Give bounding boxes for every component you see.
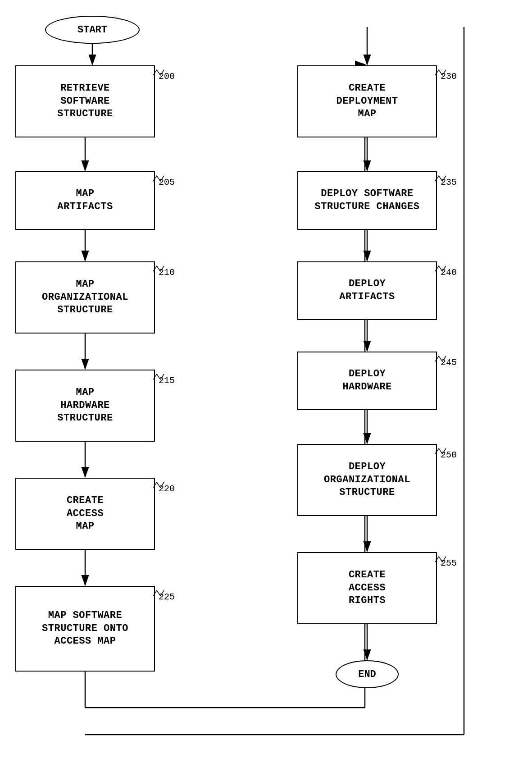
box250-label: DEPLOY ORGANIZATIONAL STRUCTURE <box>324 461 410 499</box>
step220-mark <box>153 481 164 489</box>
box-create-access-map: CREATE ACCESS MAP <box>15 478 155 550</box>
step250-mark <box>435 447 446 455</box>
box215-label: MAP HARDWARE STRUCTURE <box>57 386 113 425</box>
step210-mark <box>153 265 164 273</box>
box-map-hardware-structure: MAP HARDWARE STRUCTURE <box>15 370 155 442</box>
step225-mark <box>153 589 164 597</box>
box245-label: DEPLOY HARDWARE <box>342 368 392 393</box>
box-map-software-structure-onto-access-map: MAP SOFTWARE STRUCTURE ONTO ACCESS MAP <box>15 586 155 672</box>
box210-label: MAP ORGANIZATIONAL STRUCTURE <box>42 278 128 317</box>
step215-mark <box>153 373 164 381</box>
box-create-access-rights: CREATE ACCESS RIGHTS <box>297 552 437 624</box>
step240-mark <box>435 265 446 273</box>
box255-label: CREATE ACCESS RIGHTS <box>349 569 386 608</box>
box200-label: RETRIEVE SOFTWARE STRUCTURE <box>57 82 113 121</box>
box-deploy-software-structure-changes: DEPLOY SOFTWARE STRUCTURE CHANGES <box>297 171 437 230</box>
box230-label: CREATE DEPLOYMENT MAP <box>336 82 398 121</box>
box-deploy-artifacts: DEPLOY ARTIFACTS <box>297 261 437 320</box>
box-map-organizational-structure: MAP ORGANIZATIONAL STRUCTURE <box>15 261 155 334</box>
box-deploy-hardware: DEPLOY HARDWARE <box>297 352 437 410</box>
step205-mark <box>153 174 164 183</box>
box225-label: MAP SOFTWARE STRUCTURE ONTO ACCESS MAP <box>42 609 128 648</box>
step245-mark <box>435 355 446 363</box>
step230-mark <box>435 69 446 77</box>
box205-label: MAP ARTIFACTS <box>57 187 113 213</box>
end-label: END <box>358 669 376 680</box>
diagram-container: START RETRIEVE SOFTWARE STRUCTURE 200 MA… <box>0 0 532 777</box>
box220-label: CREATE ACCESS MAP <box>67 494 104 533</box>
box-retrieve-software-structure: RETRIEVE SOFTWARE STRUCTURE <box>15 65 155 137</box>
box235-label: DEPLOY SOFTWARE STRUCTURE CHANGES <box>315 187 420 213</box>
start-oval: START <box>45 16 140 44</box>
box-create-deployment-map: CREATE DEPLOYMENT MAP <box>297 65 437 137</box>
box-deploy-organizational-structure: DEPLOY ORGANIZATIONAL STRUCTURE <box>297 444 437 516</box>
box240-label: DEPLOY ARTIFACTS <box>339 278 395 303</box>
step200-mark <box>153 69 164 77</box>
start-label: START <box>77 24 107 36</box>
end-oval: END <box>336 660 399 688</box>
step235-mark <box>435 174 446 183</box>
box-map-artifacts: MAP ARTIFACTS <box>15 171 155 230</box>
step255-mark <box>435 555 446 563</box>
